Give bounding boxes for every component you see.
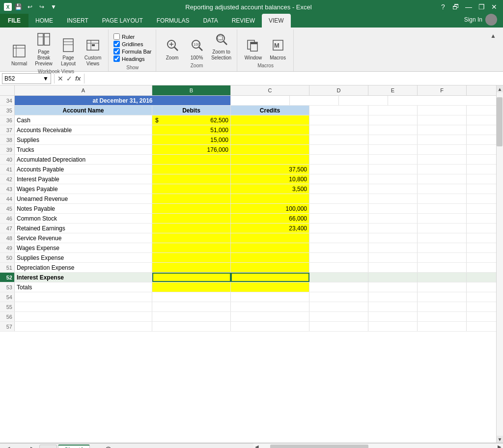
zoom-selection-btn[interactable]: Zoom toSelection (210, 31, 233, 62)
table-row[interactable]: 53Totals (0, 282, 496, 292)
account-name-cell[interactable]: Wages Payable (15, 184, 152, 194)
sign-in-btn[interactable]: Sign In (458, 12, 503, 28)
account-name-cell[interactable]: Notes Payable (15, 204, 152, 213)
cell[interactable] (368, 292, 418, 302)
tab-file[interactable]: FILE (0, 14, 28, 28)
header-credits[interactable]: Credits (231, 106, 309, 115)
cell[interactable] (309, 282, 368, 292)
cell[interactable] (418, 253, 467, 262)
table-row[interactable]: 45Notes Payable100,000 (0, 204, 496, 214)
add-sheet-btn[interactable]: ⊕ (103, 444, 114, 448)
debit-cell[interactable] (152, 165, 231, 174)
table-row[interactable]: 55 (0, 302, 496, 312)
account-name-cell[interactable]: Wages Expense (15, 243, 152, 252)
normal-view-btn[interactable]: Normal (8, 43, 30, 68)
cell[interactable] (290, 96, 339, 105)
credit-cell[interactable] (231, 125, 309, 135)
account-name-cell[interactable]: Supplies Expense (15, 253, 152, 262)
name-box[interactable]: B52 ▼ (2, 73, 51, 84)
gridlines-checkbox-item[interactable]: Gridlines (113, 41, 152, 47)
scroll-left-btn[interactable]: ◀ (253, 444, 260, 448)
debit-cell[interactable] (152, 174, 231, 184)
table-row[interactable]: 57 (0, 322, 496, 332)
cell[interactable] (309, 165, 368, 174)
restore-btn[interactable]: 🗗 (451, 2, 461, 12)
cell[interactable] (418, 243, 467, 252)
formula-bar-checkbox[interactable] (113, 48, 120, 55)
cell[interactable] (231, 96, 290, 105)
debit-cell[interactable] (152, 302, 231, 311)
cell[interactable] (418, 184, 467, 194)
table-row[interactable]: 39Trucks176,000 (0, 145, 496, 155)
credit-cell[interactable]: 3,500 (231, 184, 309, 194)
page-break-preview-btn[interactable]: Page BreakPreview (32, 31, 55, 68)
cell[interactable] (418, 125, 467, 135)
tab-review[interactable]: REVIEW (225, 14, 262, 28)
col-header-c[interactable]: C (231, 85, 309, 95)
sheet-nav-left2[interactable]: ◂ (13, 446, 20, 448)
cell[interactable] (309, 135, 368, 144)
minimize-btn[interactable]: — (464, 2, 474, 12)
h-scroll-track[interactable] (260, 444, 496, 448)
scroll-down-btn[interactable]: ▼ (497, 436, 503, 443)
table-row[interactable]: 46Common Stock66,000 (0, 214, 496, 224)
account-name-cell[interactable]: Accounts Receivable (15, 125, 152, 135)
col-header-d[interactable]: D (309, 85, 368, 95)
cell[interactable] (309, 174, 368, 184)
cell[interactable] (368, 312, 418, 321)
name-box-dropdown[interactable]: ▼ (43, 75, 49, 82)
help-btn[interactable]: ? (438, 2, 448, 12)
cell[interactable] (418, 322, 467, 331)
cell[interactable] (418, 155, 467, 164)
account-name-cell[interactable] (15, 312, 152, 321)
gridlines-checkbox[interactable] (113, 41, 120, 47)
col-header-f[interactable]: F (418, 85, 467, 95)
confirm-formula-icon[interactable]: ✓ (66, 75, 72, 83)
cell[interactable] (309, 214, 368, 223)
maximize-btn[interactable]: ❐ (476, 2, 486, 12)
cell[interactable] (418, 115, 467, 125)
spreadsheet-scroll[interactable]: A B C D E F 34at December 31, 201635Acco… (0, 85, 496, 443)
credit-cell[interactable]: 37,500 (231, 165, 309, 174)
cell[interactable] (368, 115, 418, 125)
table-row[interactable]: 34at December 31, 2016 (0, 96, 496, 106)
tab-formulas[interactable]: FORMULAS (150, 14, 196, 28)
custom-views-btn[interactable]: CustomViews (82, 37, 104, 68)
sheet-nav-right2[interactable]: ▸ (21, 446, 28, 448)
cell[interactable] (368, 194, 418, 203)
cell[interactable] (368, 302, 418, 311)
credit-cell[interactable] (231, 302, 309, 311)
cell[interactable] (368, 253, 418, 262)
credit-cell[interactable] (231, 273, 309, 282)
tab-data[interactable]: DATA (196, 14, 224, 28)
cell[interactable] (418, 292, 467, 302)
table-row[interactable]: 35Account NameDebitsCredits (0, 106, 496, 115)
scroll-right-btn[interactable]: ▶ (496, 444, 503, 448)
cell[interactable] (339, 96, 388, 105)
table-row[interactable]: 54 (0, 292, 496, 302)
table-row[interactable]: 43Wages Payable3,500 (0, 184, 496, 194)
cell[interactable] (368, 204, 418, 213)
merged-header-cell[interactable]: at December 31, 2016 (15, 96, 231, 105)
credit-cell[interactable] (231, 312, 309, 321)
account-name-cell[interactable]: Retained Earnings (15, 224, 152, 233)
credit-cell[interactable] (231, 145, 309, 154)
table-row[interactable]: 40Accumulated Depreciation (0, 155, 496, 165)
table-row[interactable]: 41Accounts Payable37,500 (0, 165, 496, 174)
debit-cell[interactable] (152, 194, 231, 203)
table-row[interactable]: 56 (0, 312, 496, 322)
headings-checkbox-item[interactable]: Headings (113, 56, 152, 62)
debit-cell[interactable] (152, 292, 231, 302)
cell[interactable] (368, 243, 418, 252)
account-name-cell[interactable] (15, 302, 152, 311)
debit-cell[interactable]: 15,000 (152, 135, 231, 144)
credit-cell[interactable]: 23,400 (231, 224, 309, 233)
debit-cell[interactable]: 176,000 (152, 145, 231, 154)
cell[interactable] (368, 174, 418, 184)
header-account-name[interactable]: Account Name (15, 106, 152, 115)
zoom-btn[interactable]: Zoom (161, 37, 184, 62)
cell[interactable] (309, 204, 368, 213)
cell[interactable] (309, 312, 368, 321)
credit-cell[interactable] (231, 282, 309, 292)
cell[interactable] (309, 253, 368, 262)
